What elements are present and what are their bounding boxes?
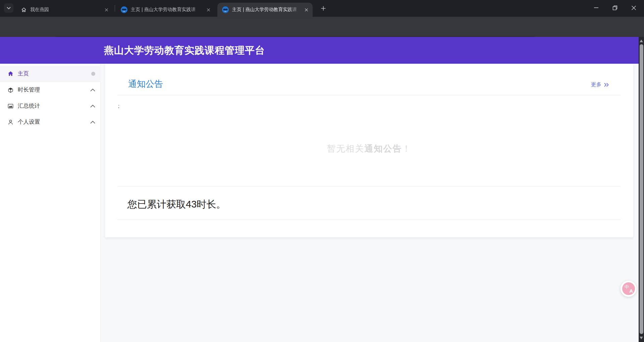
chevron-up-icon [90, 121, 95, 124]
empty-prefix: 暂无相关 [327, 144, 365, 154]
window-close-button[interactable] [624, 0, 643, 15]
sidebar-item-duration[interactable]: 时长管理 [0, 82, 101, 98]
sidebar-item-statistics[interactable]: 汇总统计 [0, 98, 101, 114]
close-icon [632, 6, 636, 10]
window-restore-button[interactable] [605, 0, 624, 15]
translate-glyph-bottom: A [629, 288, 633, 294]
sidebar-item-label: 时长管理 [18, 86, 90, 94]
tab-close-button[interactable] [103, 6, 110, 13]
scrollbar-up-arrow[interactable] [640, 40, 643, 42]
tab-separator [115, 5, 115, 12]
browser-toolbar: https://ldxt.ysu.edu.cn/System/Home/Inde… [0, 17, 644, 37]
plus-icon [321, 6, 326, 11]
translate-glyph-top: 中 [625, 284, 629, 290]
sidebar-item-label: 主页 [18, 70, 91, 77]
translate-icon: 中 A [622, 282, 635, 295]
sidebar-nav: 主页 时长管理 汇总统计 个人设置 [0, 64, 101, 342]
empty-bold: 通知公告 [365, 144, 402, 154]
double-chevron-right-icon [604, 83, 609, 87]
notice-section-title: 通知公告 [128, 78, 163, 90]
chevron-up-icon [90, 89, 95, 92]
sidebar-item-label: 汇总统计 [18, 102, 90, 110]
active-indicator-dot [91, 72, 95, 76]
sidebar-item-home[interactable]: 主页 [0, 66, 101, 82]
restore-icon [612, 5, 618, 10]
chart-area-icon [7, 103, 14, 109]
site-favicon [121, 6, 127, 13]
tab-strip: 我在燕园 主页 | 燕山大学劳动教育实践课 主 [0, 0, 644, 17]
site-header: 燕山大学 YANSHAN UNIVERSITY 燕山大学劳动教育实践课程管理平台 [0, 37, 639, 64]
sidebar-item-label: 个人设置 [18, 118, 90, 126]
site-favicon [222, 6, 229, 13]
window-minimize-button[interactable] [587, 0, 605, 15]
minimize-icon [594, 7, 598, 8]
page-title: 燕山大学劳动教育实践课程管理平台 [104, 37, 265, 64]
divider [117, 186, 621, 186]
tab-title: 主页 | 燕山大学劳动教育实践课 [131, 7, 203, 13]
scrollbar-down-arrow[interactable] [640, 337, 643, 339]
cube-icon [7, 87, 14, 93]
notice-more-link[interactable]: 更多 [591, 81, 609, 88]
browser-window: 我在燕园 主页 | 燕山大学劳动教育实践课 主 [0, 0, 644, 342]
tab-close-button[interactable] [205, 6, 212, 13]
tab-title: 主页 | 燕山大学劳动教育实践课 [232, 7, 301, 13]
accumulated-hours-text: 您已累计获取43时长。 [127, 197, 226, 211]
person-icon [7, 119, 14, 125]
close-icon [305, 8, 308, 12]
home-icon [7, 70, 14, 77]
chevron-down-icon [7, 7, 11, 9]
notice-card: 通知公告 更多 ; 暂无相关通知公告！ 您已累计获取43时长。 [105, 64, 633, 237]
tab-ysu-platform-1[interactable]: 主页 | 燕山大学劳动教育实践课 [116, 3, 215, 17]
empty-state-text: 暂无相关通知公告！ [105, 143, 633, 154]
sidebar-item-personal-settings[interactable]: 个人设置 [0, 114, 101, 130]
tab-home-yanyuan[interactable]: 我在燕园 [16, 3, 113, 17]
tab-ysu-platform-2-active[interactable]: 主页 | 燕山大学劳动教育实践课 [217, 3, 313, 17]
tab-search-button[interactable] [4, 3, 13, 13]
divider [117, 220, 621, 220]
close-icon [105, 8, 108, 12]
new-tab-button[interactable] [319, 4, 328, 13]
empty-suffix: ！ [402, 144, 412, 154]
divider [117, 95, 621, 95]
tab-title: 我在燕园 [30, 7, 101, 13]
main-content: 通知公告 更多 ; 暂无相关通知公告！ 您已累计获取43时长。 用户单位：燕山大… [101, 64, 639, 342]
scrollbar-thumb[interactable] [640, 44, 643, 334]
stray-text: ; [118, 103, 119, 109]
tab-close-button[interactable] [303, 6, 310, 13]
close-icon [207, 8, 210, 12]
page-scrollbar [639, 37, 644, 342]
floating-translate-button[interactable]: 中 A [621, 281, 637, 297]
home-icon [21, 7, 27, 13]
chevron-up-icon [90, 105, 95, 108]
more-label: 更多 [591, 81, 601, 88]
